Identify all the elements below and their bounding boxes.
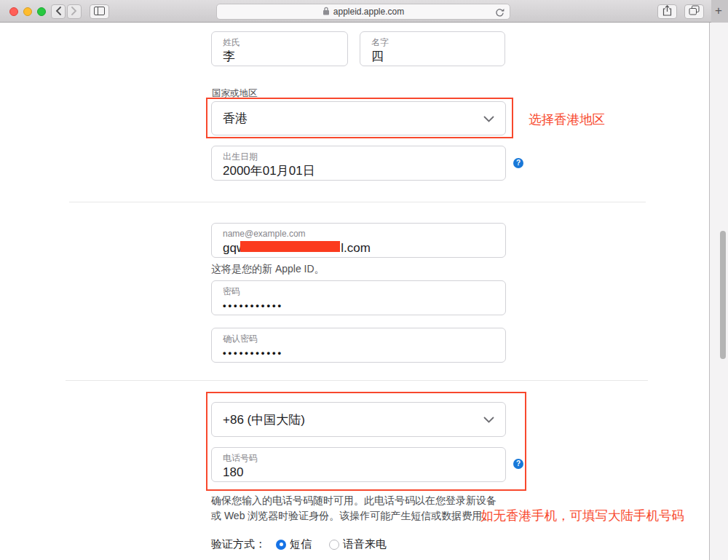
browser-toolbar: appleid.apple.com + [0, 0, 728, 23]
section-divider [69, 202, 646, 202]
region-select[interactable]: 香港 [211, 101, 506, 135]
phone-value: 180 [223, 465, 494, 481]
phone-help-button[interactable]: ? [513, 459, 523, 469]
email-hint: 这将是您的新 Apple ID。 [211, 263, 325, 276]
radio-voice-call[interactable] [329, 540, 339, 550]
last-name-label: 姓氏 [223, 37, 336, 48]
chevron-down-icon [483, 413, 494, 426]
back-button[interactable] [51, 4, 66, 19]
forward-button[interactable] [67, 4, 82, 19]
phone-number-field[interactable]: 电话号码 180 [211, 447, 506, 482]
safari-window: appleid.apple.com + 姓氏 李 名字 [0, 0, 728, 560]
email-value: gqwl.com [223, 240, 494, 256]
phone-note-line1: 确保您输入的电话号码随时可用。此电话号码以在您登录新设备 [211, 493, 496, 508]
confirm-password-value: ••••••••••• [223, 347, 494, 358]
confirm-password-field[interactable]: 确认密码 ••••••••••• [211, 328, 506, 363]
show-tabs-button[interactable] [684, 4, 704, 19]
email-suffix: l.com [341, 241, 371, 255]
forward-chevron-icon [71, 5, 77, 18]
reload-button[interactable] [495, 7, 505, 20]
last-name-value: 李 [223, 49, 336, 65]
redaction-bar [240, 241, 340, 252]
scrollbar-thumb[interactable] [720, 231, 726, 359]
region-section-label: 国家或地区 [212, 87, 258, 100]
phone-annotation: 如无香港手机，可填写大陆手机号码 [480, 507, 684, 524]
address-bar[interactable]: appleid.apple.com [216, 4, 510, 20]
verification-label: 验证方式： [211, 537, 266, 551]
password-field[interactable]: 密码 ••••••••••• [211, 280, 506, 315]
region-value: 香港 [223, 110, 248, 127]
sidebar-button[interactable] [90, 4, 109, 19]
first-name-value: 四 [371, 49, 494, 65]
background-window-strip [709, 23, 728, 560]
radio-voice-call-label: 语音来电 [343, 537, 387, 551]
back-chevron-icon [55, 5, 61, 18]
phone-note-line2: 或 Web 浏览器时验证身份。该操作可能产生短信或数据费用。 [211, 508, 492, 524]
zoom-window-button[interactable] [37, 7, 46, 16]
email-field[interactable]: name@example.com gqwl.com [211, 223, 506, 258]
phone-label: 电话号码 [223, 453, 494, 464]
password-value: ••••••••••• [223, 300, 494, 311]
confirm-password-label: 确认密码 [223, 334, 494, 344]
radio-sms-label: 短信 [290, 537, 312, 551]
birthday-value: 2000年01月01日 [223, 163, 494, 179]
dial-code-value: +86 (中国大陆) [223, 411, 305, 428]
dial-code-select[interactable]: +86 (中国大陆) [211, 402, 506, 437]
birthday-field[interactable]: 出生日期 2000年01月01日 [211, 146, 506, 181]
sidebar-icon [94, 5, 105, 18]
tabs-icon [689, 5, 700, 18]
chevron-down-icon [483, 112, 494, 125]
password-label: 密码 [223, 286, 494, 297]
new-tab-button[interactable]: + [715, 3, 722, 19]
last-name-field[interactable]: 姓氏 李 [211, 31, 348, 66]
birthday-label: 出生日期 [223, 151, 494, 162]
share-icon [662, 5, 672, 19]
close-window-button[interactable] [9, 7, 18, 16]
url-text: appleid.apple.com [333, 7, 404, 17]
birthday-help-button[interactable]: ? [513, 158, 523, 168]
first-name-label: 名字 [371, 37, 494, 48]
section-divider [66, 380, 648, 381]
verification-row: 验证方式： 短信 语音来电 [211, 537, 387, 551]
share-button[interactable] [657, 4, 677, 19]
email-placeholder: name@example.com [223, 229, 494, 240]
appleid-signup-page: 姓氏 李 名字 四 国家或地区 香港 选择香港地区 出生日期 2000年01月0… [0, 23, 709, 560]
first-name-field[interactable]: 名字 四 [360, 31, 505, 66]
radio-sms[interactable] [276, 540, 286, 550]
minimize-window-button[interactable] [23, 7, 32, 16]
lock-icon [323, 7, 330, 17]
region-annotation: 选择香港地区 [529, 111, 605, 128]
